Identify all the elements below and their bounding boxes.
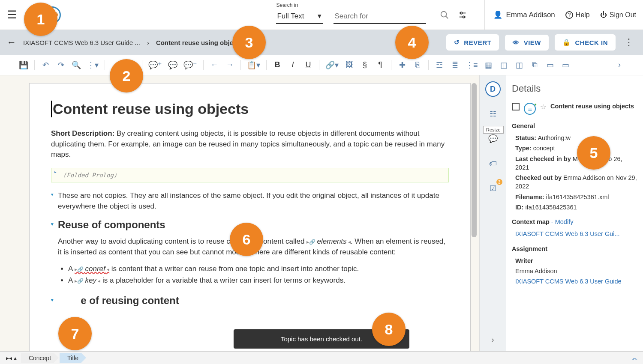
menu-dots-icon[interactable]: ⋮▾ [87,60,99,70]
save-icon[interactable]: 💾 [19,60,28,70]
split-right-icon[interactable]: ◫ [515,60,524,70]
writer-guide-link[interactable]: IXIASOFT CCMS Web 6.3 User Guide [515,277,637,286]
nav-next-icon[interactable]: → [225,60,234,69]
details-panel: Details ≣ ☆ Content reuse using objects … [506,75,643,351]
nav-prev-icon[interactable]: ← [210,60,219,69]
section-icon[interactable]: § [360,60,370,69]
resize-tooltip: Resize [483,126,504,134]
document-title[interactable]: Content reuse using objects [51,101,449,117]
tags-tab-icon[interactable]: 🏷 [485,156,501,171]
code-icon[interactable]: ⎘ [413,60,422,69]
undo-icon[interactable]: ↶ [41,60,50,70]
breadcrumb-root[interactable]: IXIASOFT CCMS Web 6.3 User Guide ... [23,39,140,46]
filename-value: ifa1614358425361.xml [546,194,609,200]
back-button[interactable]: ← [7,37,16,48]
status-bar: ▸◂ ▴ Concept Title ︽ [0,351,643,364]
search-input[interactable] [334,10,426,24]
folded-prolog[interactable]: (Folded Prolog) [51,168,449,182]
annotation-badge-7: 7 [58,317,92,350]
document-page[interactable]: Content reuse using objects Short Descri… [29,83,471,351]
details-tab-icon[interactable]: D [485,81,501,97]
current-user[interactable]: 👤 Emma Addison [493,10,555,19]
modify-contextmap-link[interactable]: - Modify [551,218,574,225]
signout-link[interactable]: ⏻ Sign Out [600,11,636,19]
details-panel-title: Details [512,83,637,94]
object-title: Content reuse using objects [550,103,634,110]
row-icon[interactable]: ▭ [561,60,571,70]
search-in-select[interactable]: Full Text ▾ [276,10,323,24]
view-button[interactable]: 👁 VIEW [505,35,549,51]
breadcrumb-current: Content reuse using objects [156,39,243,46]
help-link[interactable]: ? Help [565,11,590,19]
conref-chip[interactable]: conref [75,265,109,273]
power-icon: ⏻ [600,11,607,19]
element-chip[interactable]: elements [306,237,351,245]
general-section-label: General [512,122,637,129]
annotation-badge-8: 8 [372,313,406,346]
revert-button[interactable]: ↺ REVERT [446,34,499,51]
revert-icon: ↺ [454,39,460,46]
unordered-list-icon[interactable]: ⋮≡ [466,60,478,70]
help-icon: ? [565,11,573,19]
section-heading-partial[interactable]: e of reusing content [51,295,449,307]
contextmap-value[interactable]: IXIASOFT CCMS Web 6.3 User Gui... [512,230,637,238]
table-icon[interactable]: ▦ [484,60,493,70]
review-tab-icon[interactable]: ☑3 [485,181,501,196]
scrollbar[interactable] [472,83,477,237]
paragraph[interactable]: These are not copies. They are all insta… [51,190,449,212]
user-name: Emma Addison [506,11,555,19]
italic-icon[interactable]: I [288,60,297,69]
status-nav-icon[interactable]: ▸◂ ▴ [3,355,20,361]
svg-point-4 [460,12,463,14]
find-icon[interactable]: 🔍 [72,60,81,70]
breadcrumb-sep: › [147,39,149,46]
edit-comment-icon[interactable]: 💬 [168,60,177,70]
shortdesc-label: Short Description: [51,129,114,137]
hamburger-icon[interactable]: ☰ [7,8,17,21]
filter-settings-icon[interactable] [458,10,467,22]
pilcrow-icon[interactable]: ¶ [376,60,385,69]
paste-icon[interactable]: 📋▾ [247,60,260,70]
redo-icon[interactable]: ↷ [56,60,66,70]
merge-icon[interactable]: ⧉ [530,60,540,69]
breadcrumb-chip-concept[interactable]: Concept [21,353,59,363]
tree-tab-icon[interactable]: ☷ [485,106,501,122]
status-value: Authoring:w [538,134,571,141]
remove-comment-icon[interactable]: 💬⁻ [183,60,197,70]
collapse-up-icon[interactable]: ︽ [632,354,643,362]
key-chip[interactable]: key [75,276,100,284]
breadcrumb-chip-title[interactable]: Title [60,353,86,363]
annotation-badge-4: 4 [395,26,429,59]
cell-icon[interactable]: ▭ [546,60,555,70]
list-item[interactable]: A conref is content that a writer can re… [68,263,449,274]
image-icon[interactable]: 🖼 [345,60,354,69]
favorite-icon[interactable]: ☆ [540,103,546,111]
annotation-badge-3: 3 [232,26,266,59]
user-icon: 👤 [493,10,502,19]
select-checkbox[interactable] [512,103,520,110]
list-item[interactable]: A key is a placeholder for a variable th… [68,274,449,286]
toolbar-overflow-icon[interactable]: › [615,60,624,69]
split-left-icon[interactable]: ◫ [499,60,509,70]
annotation-badge-6: 6 [230,223,263,256]
ordered-list-icon[interactable]: ≣ [450,60,460,70]
type-value: concept [533,145,555,152]
lock-icon: 🔒 [562,39,571,46]
bold-icon[interactable]: B [273,60,282,69]
checkin-button[interactable]: 🔒 CHECK IN [555,34,616,51]
search-in-value: Full Text [277,12,304,21]
underline-icon[interactable]: U [303,60,313,69]
dropdown-icon: ▾ [318,12,322,21]
outdent-icon[interactable]: ☲ [435,60,444,70]
plugin-icon[interactable]: ✚ [397,60,407,70]
eye-icon: 👁 [513,39,520,46]
annotation-badge-1: 1 [24,3,57,36]
link-icon[interactable]: 🔗▾ [325,60,339,70]
search-icon[interactable] [440,10,449,22]
annotation-badge-2: 2 [110,59,143,92]
add-comment-icon[interactable]: 💬⁺ [148,60,162,70]
document-pane: Content reuse using objects Short Descri… [0,75,479,351]
expand-rail-icon[interactable]: › [492,335,494,344]
more-actions-icon[interactable]: ⋮ [622,37,636,48]
annotation-badge-5: 5 [577,136,610,170]
